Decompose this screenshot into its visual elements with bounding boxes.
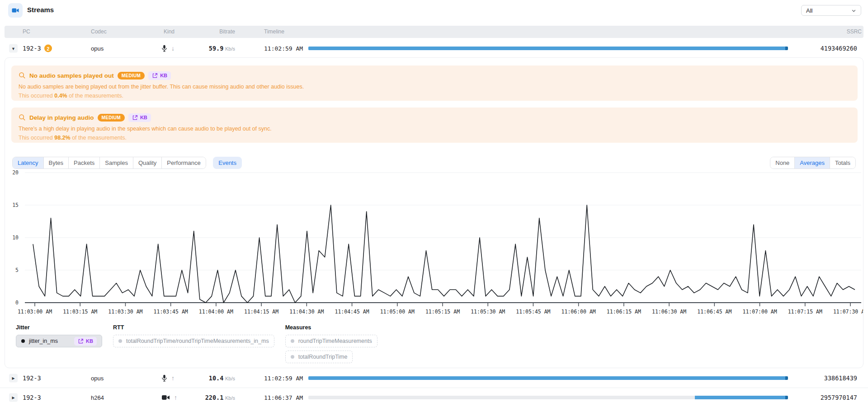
ssrc-value: 2957970147 xyxy=(767,394,857,401)
streams-video-icon xyxy=(8,3,23,18)
svg-text:11:03:45 AM: 11:03:45 AM xyxy=(154,309,188,315)
latency-chart-svg: 0510152011:03:00 AM11:03:15 AM11:03:30 A… xyxy=(5,167,863,318)
latency-chart: 0510152011:03:00 AM11:03:15 AM11:03:30 A… xyxy=(5,167,863,318)
svg-text:11:03:00 AM: 11:03:00 AM xyxy=(18,309,52,315)
svg-text:11:05:00 AM: 11:05:00 AM xyxy=(380,309,415,315)
svg-text:10: 10 xyxy=(12,234,19,241)
chart-legend: Jitter jitter_in_ms KB RTT xyxy=(16,324,377,363)
kb-link[interactable]: KB xyxy=(74,337,97,346)
magnifier-icon xyxy=(19,114,26,121)
pc-label: 192-3 xyxy=(23,374,41,382)
issue-title: No audio samples played out xyxy=(29,72,114,79)
series-dot-icon xyxy=(291,339,294,343)
collapse-row-button[interactable]: ▼ xyxy=(9,44,18,53)
svg-text:11:06:00 AM: 11:06:00 AM xyxy=(561,309,596,315)
bitrate-value: 220.1 Kb/s xyxy=(172,394,235,401)
codec-label: h264 xyxy=(91,394,104,401)
series-dot-icon xyxy=(291,355,294,359)
svg-text:0: 0 xyxy=(15,299,19,306)
svg-text:11:07:15 AM: 11:07:15 AM xyxy=(788,309,822,315)
legend-group-jitter: Jitter jitter_in_ms KB xyxy=(16,324,102,347)
column-codec: Codec xyxy=(91,28,107,35)
magnifier-icon xyxy=(19,72,26,79)
share-icon xyxy=(132,115,138,121)
legend-item-rtt-measurements[interactable]: roundTripTimeMeasurements xyxy=(285,335,377,347)
issue-count-badge: 2 xyxy=(44,45,52,52)
svg-text:11:04:00 AM: 11:04:00 AM xyxy=(199,309,233,315)
share-icon xyxy=(152,73,158,79)
legend-item-jitter-in-ms[interactable]: jitter_in_ms KB xyxy=(16,335,102,347)
legend-group-title: RTT xyxy=(113,324,274,331)
column-timeline: Timeline xyxy=(264,28,284,35)
svg-text:11:06:45 AM: 11:06:45 AM xyxy=(697,309,731,315)
legend-item-total-rtt[interactable]: totalRoundTripTime xyxy=(285,351,353,363)
series-dot-icon xyxy=(21,339,25,343)
svg-text:11:04:30 AM: 11:04:30 AM xyxy=(289,309,324,315)
svg-text:11:06:15 AM: 11:06:15 AM xyxy=(607,309,641,315)
expand-row-button[interactable]: ▶ xyxy=(9,393,18,402)
table-row: ▶ 192-3 h264 ↑ 220.1 Kb/s 11:06:37 AM 29… xyxy=(0,388,868,407)
svg-text:5: 5 xyxy=(15,267,19,273)
app-header: Streams All xyxy=(0,0,868,21)
page-title: Streams xyxy=(27,6,54,14)
svg-text:11:04:45 AM: 11:04:45 AM xyxy=(335,309,369,315)
table-row: ▼ 192-3 2 opus ↓ 59.9 Kb/s 11:02:59 AM 4… xyxy=(0,39,868,57)
table-row: ▶ 192-3 opus ↑ 10.4 Kb/s 11:02:59 AM 338… xyxy=(0,369,868,388)
svg-text:20: 20 xyxy=(12,169,19,176)
column-ssrc: SSRC xyxy=(771,28,862,35)
bitrate-value: 59.9 Kb/s xyxy=(172,45,235,52)
svg-text:15: 15 xyxy=(12,202,19,208)
timeline-bar xyxy=(308,47,788,50)
streams-page: Streams All PC Codec Kind Bitrate Timeli… xyxy=(0,0,868,407)
ssrc-value: 4193469260 xyxy=(767,45,857,52)
legend-item-total-rtt-ratio[interactable]: totalRoundTripTime/roundTripTimeMeasurem… xyxy=(113,335,274,347)
video-camera-icon xyxy=(11,6,19,14)
issue-title: Delay in playing audio xyxy=(29,114,94,121)
svg-text:11:07:00 AM: 11:07:00 AM xyxy=(742,309,777,315)
stream-start-time: 11:06:37 AM xyxy=(264,394,303,401)
issue-card-no-audio-samples: No audio samples played out MEDIUM KB No… xyxy=(11,65,858,101)
kb-link[interactable]: KB xyxy=(148,71,171,80)
svg-text:11:03:15 AM: 11:03:15 AM xyxy=(63,309,97,315)
share-icon xyxy=(78,338,84,344)
legend-group-measures: Measures roundTripTimeMeasurements total… xyxy=(285,324,377,363)
kb-link[interactable]: KB xyxy=(128,113,151,122)
issue-card-delay-playing-audio: Delay in playing audio MEDIUM KB There's… xyxy=(11,108,858,143)
svg-text:11:04:15 AM: 11:04:15 AM xyxy=(244,309,278,315)
microphone-icon xyxy=(162,374,167,382)
codec-label: opus xyxy=(91,375,104,382)
legend-group-rtt: RTT totalRoundTripTime/roundTripTimeMeas… xyxy=(113,324,274,347)
column-pc: PC xyxy=(23,28,30,35)
svg-text:11:03:30 AM: 11:03:30 AM xyxy=(108,309,142,315)
table-header: PC Codec Kind Bitrate Timeline SSRC xyxy=(5,26,863,38)
svg-text:11:07:30 AM: 11:07:30 AM xyxy=(833,309,863,315)
severity-badge: MEDIUM xyxy=(118,72,145,80)
issue-description: No audio samples are being played out fr… xyxy=(19,84,850,90)
ssrc-value: 338618439 xyxy=(767,374,857,382)
svg-text:11:06:30 AM: 11:06:30 AM xyxy=(652,309,686,315)
svg-text:11:05:30 AM: 11:05:30 AM xyxy=(471,309,505,315)
video-camera-icon xyxy=(162,395,170,400)
pc-label: 192-3 xyxy=(23,394,41,401)
expand-row-button[interactable]: ▶ xyxy=(9,374,18,383)
legend-group-title: Measures xyxy=(285,324,377,331)
column-bitrate: Bitrate xyxy=(176,28,235,35)
timeline-bar xyxy=(308,396,788,399)
codec-label: opus xyxy=(91,45,104,52)
svg-text:11:05:15 AM: 11:05:15 AM xyxy=(425,309,460,315)
series-dot-icon xyxy=(118,339,122,343)
column-kind: Kind xyxy=(164,28,175,35)
microphone-icon xyxy=(162,45,167,52)
filter-selected-value: All xyxy=(806,7,812,14)
stream-rows-collapsed: ▶ 192-3 opus ↑ 10.4 Kb/s 11:02:59 AM 338… xyxy=(0,369,868,407)
severity-badge: MEDIUM xyxy=(98,114,125,122)
stream-filter-select[interactable]: All xyxy=(801,5,861,16)
issue-description: There's a high delay in playing audio in… xyxy=(19,126,850,132)
chevron-down-icon xyxy=(851,8,856,13)
stream-start-time: 11:02:59 AM xyxy=(264,375,303,382)
legend-group-title: Jitter xyxy=(16,324,102,331)
stream-start-time: 11:02:59 AM xyxy=(264,45,303,52)
pc-label: 192-3 xyxy=(23,45,41,52)
timeline-bar xyxy=(308,376,788,380)
issue-occurrence: This occurred 98.2% of the measurements. xyxy=(19,135,850,141)
